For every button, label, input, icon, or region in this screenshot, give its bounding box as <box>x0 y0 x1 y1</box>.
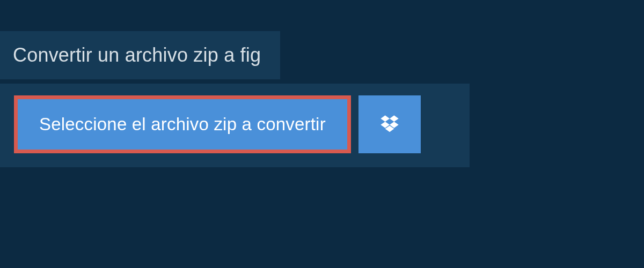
upload-panel: Seleccione el archivo zip a convertir <box>0 84 470 167</box>
page-title: Convertir un archivo zip a fig <box>13 44 261 66</box>
select-file-label: Seleccione el archivo zip a convertir <box>39 114 326 135</box>
select-file-button[interactable]: Seleccione el archivo zip a convertir <box>14 95 351 153</box>
dropbox-button[interactable] <box>358 95 421 153</box>
upload-button-row: Seleccione el archivo zip a convertir <box>14 95 456 153</box>
page-header: Convertir un archivo zip a fig <box>0 31 280 79</box>
dropbox-icon <box>379 114 400 135</box>
